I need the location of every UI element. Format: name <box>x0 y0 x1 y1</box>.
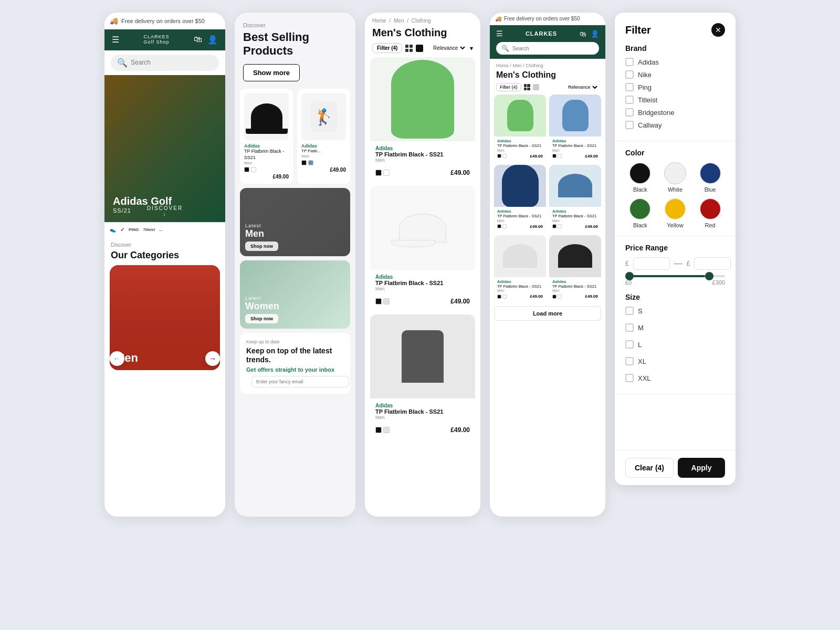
filter-button[interactable]: Filter (4) <box>372 43 402 53</box>
search-input[interactable] <box>131 59 213 66</box>
brand-nike-row: Nike <box>625 70 725 79</box>
swatch[interactable] <box>497 154 501 158</box>
product-card[interactable]: Adidas TP Flatbrim Black - SS21 Men £49.… <box>494 235 546 302</box>
swatch-black[interactable] <box>244 167 249 172</box>
product-footer: £49.00 <box>370 167 475 181</box>
swatch[interactable] <box>558 295 562 299</box>
search-box[interactable]: 🔍 <box>111 55 219 71</box>
men-banner[interactable]: Latest Men Shop now <box>240 188 350 256</box>
load-more-button[interactable]: Load more <box>494 306 601 321</box>
swatch-grey[interactable] <box>383 298 390 304</box>
brand-bridgestone-checkbox[interactable] <box>625 108 634 117</box>
filter-button[interactable]: Filter (4) <box>496 83 521 91</box>
brand-adidas-row: Adidas <box>625 58 725 66</box>
size-m-checkbox[interactable] <box>625 323 634 332</box>
cart-icon[interactable]: 🛍 <box>194 35 202 45</box>
swatch-blue[interactable] <box>308 160 313 165</box>
swatch-black[interactable] <box>375 427 382 433</box>
show-more-button[interactable]: Show more <box>243 64 300 81</box>
product-card[interactable]: Adidas TP Flatbrim Black - SS21 Men £49.… <box>494 165 546 232</box>
bc-home[interactable]: Home <box>496 63 509 68</box>
shop-now-button-men[interactable]: Shop now <box>245 242 278 251</box>
product-card[interactable]: Adidas TP Flatbrim Black - SS21 Men £49.… <box>549 165 601 232</box>
apply-button[interactable]: Apply <box>678 458 725 478</box>
discover-label: Discover <box>235 13 355 30</box>
brand-ping-checkbox[interactable] <box>625 83 634 91</box>
price-slider-thumb-max[interactable] <box>705 272 713 280</box>
swatch[interactable] <box>558 224 562 228</box>
swatch-black[interactable] <box>375 170 382 176</box>
user-icon[interactable]: 👤 <box>591 30 599 38</box>
swatch-black[interactable] <box>301 160 307 165</box>
product-card[interactable]: Adidas TP Flatbrim Black - SS21 Men £49.… <box>549 235 601 302</box>
swatch[interactable] <box>552 154 556 158</box>
search-box[interactable]: 🔍 <box>496 42 599 55</box>
dropdown-icon[interactable]: ▾ <box>470 45 473 52</box>
brand-nike-checkbox[interactable] <box>625 70 634 79</box>
color-yellow[interactable]: Yellow <box>660 198 690 228</box>
shop-now-button-women[interactable]: Shop now <box>245 314 278 323</box>
swatch[interactable] <box>552 295 556 299</box>
swatch[interactable] <box>502 154 507 158</box>
search-input[interactable] <box>512 46 594 51</box>
color-black[interactable]: Black <box>625 162 655 193</box>
product-card[interactable]: Adidas TP Flatbrim Black - SS21 Men £49.… <box>549 94 601 162</box>
hero-discover[interactable]: DISCOVER <box>147 205 183 217</box>
relevance-select[interactable]: Relevance <box>431 45 467 51</box>
relevance-select[interactable]: Relevance <box>566 84 599 90</box>
cart-icon[interactable]: 🛍 <box>580 30 586 38</box>
product-card[interactable]: 🏌️ Adidas TP Flatb... Men £49.00 <box>297 89 350 184</box>
size-l-checkbox[interactable] <box>625 340 634 349</box>
clear-button[interactable]: Clear (4) <box>625 458 674 478</box>
menu-icon[interactable]: ☰ <box>112 35 119 45</box>
size-section: Size S M L XL XXL <box>615 293 736 394</box>
swatch-grey[interactable] <box>383 427 390 433</box>
menu-icon[interactable]: ☰ <box>496 29 503 38</box>
color-label-white: White <box>668 186 682 193</box>
product-card-cap[interactable]: Adidas TP Flatbrim Black - SS21 Men £49.… <box>370 186 475 309</box>
color-blue[interactable]: Blue <box>695 162 725 193</box>
swatch-white[interactable] <box>383 170 390 176</box>
product-card-polo[interactable]: Adidas TP Flatbrim Black - SS21 Men £49.… <box>370 57 475 181</box>
price-min-input[interactable]: 0 <box>633 257 670 270</box>
list-view-icon[interactable] <box>533 84 539 90</box>
logo: CLARKES Golf Shop <box>143 35 169 45</box>
close-button[interactable]: ✕ <box>711 23 725 37</box>
product-card[interactable]: Adidas TP Flatbrim Black - SS21 Men £49.… <box>494 94 546 162</box>
bc-men[interactable]: Men <box>513 63 522 68</box>
product-card-zip[interactable]: Adidas TP Flatbrim Black - SS21 Men £49.… <box>370 314 475 438</box>
next-arrow[interactable]: → <box>205 351 220 366</box>
brand-adidas-checkbox[interactable] <box>625 58 634 66</box>
color-green[interactable]: Black <box>625 198 655 228</box>
price-max-input[interactable]: 1000 <box>694 257 731 270</box>
grid-view-icon[interactable] <box>524 84 530 90</box>
swatch[interactable] <box>502 295 507 299</box>
swatch[interactable] <box>497 224 501 228</box>
user-icon[interactable]: 👤 <box>207 35 218 45</box>
breadcrumb-men[interactable]: Men <box>394 18 404 24</box>
swatch[interactable] <box>552 224 556 228</box>
brand-titleist-checkbox[interactable] <box>625 96 634 104</box>
zip-pullover-shape <box>402 330 444 383</box>
size-xxl-checkbox[interactable] <box>625 374 634 382</box>
brand-callway-checkbox[interactable] <box>625 121 634 129</box>
color-red[interactable]: Red <box>695 198 725 228</box>
product-card[interactable]: Adidas TP Flatbrim Black - SS21 Men £49.… <box>240 89 293 184</box>
swatch[interactable] <box>502 224 507 228</box>
list-view-icon[interactable] <box>416 45 423 52</box>
swatch-black[interactable] <box>375 298 382 304</box>
swatch[interactable] <box>558 154 562 158</box>
breadcrumb-home[interactable]: Home <box>372 18 386 24</box>
color-white[interactable]: White <box>660 162 690 193</box>
grid-view-icon[interactable] <box>405 45 413 52</box>
search-icon: 🔍 <box>117 58 128 68</box>
swatch-white[interactable] <box>251 167 256 172</box>
size-xxl-row: XXL <box>625 374 725 382</box>
women-banner[interactable]: Latest Women Shop now <box>240 260 350 329</box>
newsletter-input[interactable] <box>251 376 349 387</box>
size-s-label: S <box>638 307 643 315</box>
size-xl-checkbox[interactable] <box>625 357 634 365</box>
swatch[interactable] <box>497 295 501 299</box>
size-s-checkbox[interactable] <box>625 307 634 315</box>
price-slider-thumb-min[interactable] <box>625 272 634 280</box>
